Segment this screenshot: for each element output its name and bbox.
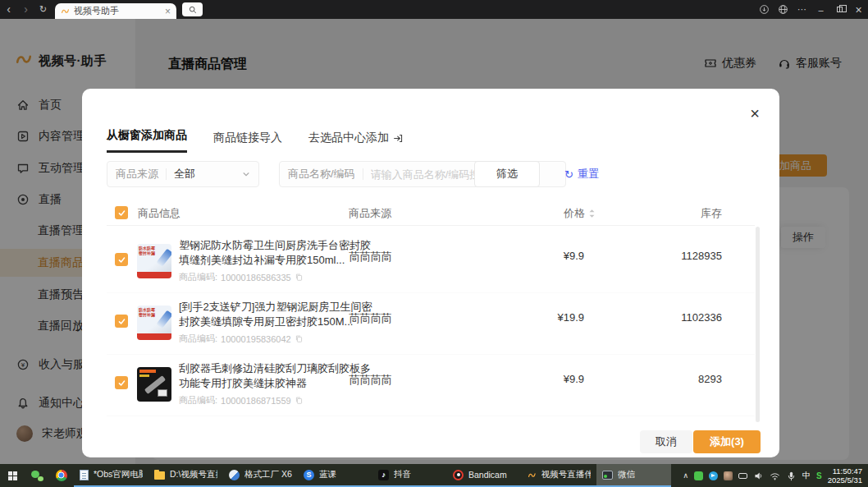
format-factory-icon [229, 470, 240, 480]
reset-button[interactable]: ↻ 重置 [564, 167, 599, 181]
clock-date: 2025/5/31 [828, 476, 862, 485]
thumbnail-banner [137, 272, 171, 278]
forward-icon[interactable]: › [17, 0, 34, 19]
microphone-icon[interactable] [786, 471, 797, 481]
table-scrollbar[interactable] [756, 227, 760, 422]
confirm-add-button[interactable]: 添加(3) [693, 430, 761, 453]
search-tab-button[interactable] [182, 2, 203, 16]
row-checkbox[interactable] [115, 376, 128, 389]
restore-icon[interactable] [830, 0, 849, 19]
product-price: ¥9.9 [564, 373, 584, 385]
taskbar-app-notepad[interactable]: *Obs官网电脑... [74, 464, 148, 487]
select-all-checkbox[interactable] [115, 206, 128, 219]
wechat-window-icon [602, 471, 613, 480]
taskbar-chrome-launcher[interactable] [49, 464, 74, 487]
product-code-label: 商品编码: [179, 333, 217, 345]
tray-messenger-icon[interactable] [709, 471, 718, 480]
taskbar-wechat-launcher[interactable] [25, 464, 49, 487]
row-checkbox[interactable] [115, 315, 128, 328]
volume-icon[interactable] [753, 471, 764, 481]
taskbar-app-formatfactory[interactable]: 格式工厂 X64 ... [223, 464, 298, 487]
reset-icon: ↻ [564, 168, 573, 181]
column-header-source: 商品来源 [349, 206, 391, 221]
sealant-tube-graphic [156, 310, 171, 329]
row-checkbox[interactable] [115, 253, 128, 266]
table-header: 商品信息 商品来源 价格 库存 [107, 204, 755, 226]
copy-icon[interactable] [295, 396, 304, 405]
taskbar-app-lanke[interactable]: 蓝课 [298, 464, 372, 487]
product-code-value: 10000186871559 [221, 396, 291, 406]
taskbar-app-label: D:\视频号直播... [170, 469, 217, 480]
tray-device-icon[interactable] [738, 473, 747, 479]
ime-indicator[interactable]: 中 [802, 470, 811, 481]
cancel-button[interactable]: 取消 [640, 430, 692, 453]
taskbar-app-explorer[interactable]: D:\视频号直播... [148, 464, 223, 487]
source-select[interactable]: 商品来源 全部 [107, 161, 259, 187]
table-row: 刮胶器毛刺修边清硅胶刮刀璃胶刮胶板多功能专用打胶美缝抹胶神器 商品编码: 100… [107, 355, 755, 416]
tab-close-icon[interactable]: × [165, 6, 171, 17]
price-header-label: 价格 [564, 206, 585, 221]
tray-wechat-icon[interactable] [694, 471, 703, 480]
copy-icon[interactable] [295, 273, 304, 282]
taskbar-app-live-companion[interactable]: 视频号直播伴侣 [522, 464, 596, 487]
reset-label: 重置 [578, 167, 599, 181]
product-source: 茼茼茼茼 [349, 373, 391, 388]
goto-icon [393, 133, 404, 144]
column-header-price[interactable]: 价格 [564, 206, 596, 221]
globe-icon[interactable] [774, 0, 793, 19]
product-price: ¥9.9 [564, 250, 584, 262]
taskbar-app-bandicam[interactable]: Bandicam [447, 464, 522, 487]
windows-logo-icon [8, 471, 17, 480]
tab-label: 去选品中心添加 [308, 131, 389, 145]
product-thumbnail: 防水防霉 密封补漏 [137, 244, 171, 278]
sogou-icon[interactable]: S [816, 471, 822, 480]
thumbnail-graphic [139, 374, 149, 377]
copy-icon[interactable] [295, 334, 304, 343]
browser-menu-icon[interactable]: ⋯ [793, 0, 811, 19]
sealant-tube-graphic [156, 249, 171, 268]
taskbar-app-wechat-window[interactable]: 微信 [596, 464, 671, 487]
product-code: 商品编码: 10000195836042 [179, 333, 304, 345]
tray-expand-icon[interactable]: ∧ [683, 471, 688, 480]
minimize-icon[interactable]: – [811, 0, 830, 19]
source-select-value: 全部 [174, 167, 195, 181]
taskbar: *Obs官网电脑... D:\视频号直播... 格式工厂 X64 ... 蓝课 … [0, 464, 868, 487]
thumbnail-badge: 防水防霉 密封补漏 [139, 246, 158, 255]
channels-logo-icon [528, 470, 537, 480]
chrome-icon [56, 470, 67, 481]
network-icon[interactable] [770, 471, 780, 481]
add-product-modal: × 从橱窗添加商品 商品链接导入 去选品中心添加 商品来源 全部 商品名称/编码 [82, 89, 779, 457]
product-stock: 1102336 [681, 311, 722, 324]
modal-close-icon[interactable]: × [750, 105, 760, 122]
tab-import-link[interactable]: 商品链接导入 [213, 131, 282, 153]
refresh-icon[interactable]: ↻ [34, 0, 52, 19]
browser-tab[interactable]: 视频号助手 × [55, 3, 176, 19]
tab-add-from-showcase[interactable]: 从橱窗添加商品 [107, 128, 187, 153]
back-icon[interactable]: ‹ [0, 0, 17, 19]
bandicam-icon [453, 470, 464, 480]
taskbar-app-label: *Obs官网电脑... [94, 469, 143, 480]
taskbar-app-label: 抖音 [394, 469, 411, 480]
keyword-label: 商品名称/编码 [288, 167, 355, 181]
product-stock: 8293 [698, 373, 722, 385]
table-row: 防水防霉 密封补漏 [到手2支送铲刀]强力塑钢泥厨房卫生间密封胶美缝填隙专用厨卫… [107, 293, 755, 355]
window-close-icon[interactable]: × [849, 0, 868, 19]
product-stock: 1128935 [681, 250, 722, 262]
clock-time: 11:50:47 [833, 466, 862, 476]
filter-bar: 商品来源 全部 商品名称/编码 筛选 ↻ 重置 [107, 161, 755, 187]
douyin-icon [378, 470, 389, 480]
chevron-down-icon [242, 168, 250, 181]
tray-avatar-icon[interactable] [724, 471, 733, 480]
tab-selection-center[interactable]: 去选品中心添加 [308, 131, 404, 153]
taskbar-app-label: 格式工厂 X64 ... [244, 469, 292, 480]
product-code: 商品编码: 10000186871559 [179, 394, 304, 407]
column-header-info: 商品信息 [138, 206, 180, 221]
start-button[interactable] [0, 464, 25, 487]
taskbar-clock[interactable]: 11:50:47 2025/5/31 [828, 466, 862, 485]
taskbar-app-douyin[interactable]: 抖音 [372, 464, 447, 487]
product-code-value: 10000186586335 [221, 273, 291, 283]
product-code-label: 商品编码: [179, 394, 217, 407]
filter-button[interactable]: 筛选 [474, 161, 540, 187]
tab-title: 视频号助手 [74, 5, 165, 17]
download-icon[interactable] [755, 0, 774, 19]
